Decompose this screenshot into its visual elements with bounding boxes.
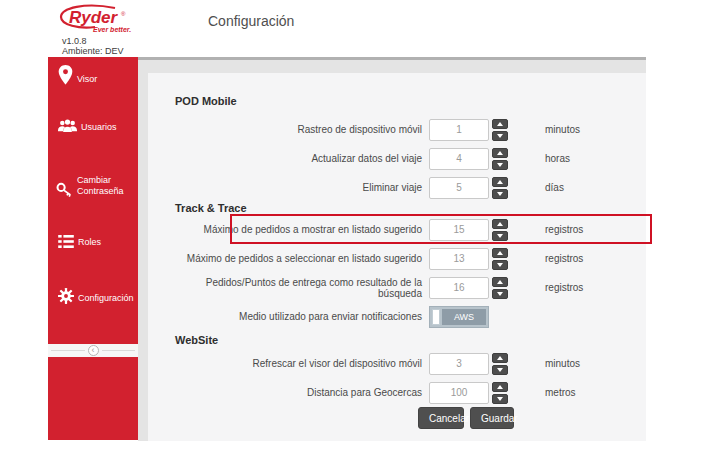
page-title: Configuración: [208, 13, 294, 29]
spin-down-button[interactable]: [492, 160, 508, 170]
actualizar-input[interactable]: [429, 148, 489, 170]
refrescar-input[interactable]: [429, 353, 489, 375]
save-button[interactable]: Guardar: [470, 407, 514, 429]
setting-unit: minutos: [545, 124, 580, 135]
setting-row-pedidos-busqueda: Pedidos/Puntos de entrega como resultado…: [175, 273, 646, 302]
pedidos-busqueda-input[interactable]: [429, 277, 489, 299]
max-seleccionar-spinner: [492, 248, 508, 270]
sidebar: Visor Usuarios Cambiar Contraseña: [48, 57, 138, 440]
logo-tagline: Ever better.: [93, 26, 131, 33]
spin-down-button[interactable]: [492, 260, 508, 270]
spin-up-button[interactable]: [492, 148, 508, 158]
spin-up-button[interactable]: [492, 353, 508, 363]
spin-down-button[interactable]: [492, 231, 508, 241]
sidebar-item-configuracion[interactable]: Configuración: [48, 288, 138, 304]
section-title-track-trace: Track & Trace: [175, 202, 646, 215]
users-icon: [58, 119, 77, 133]
setting-unit: metros: [545, 387, 576, 398]
sidebar-item-label: Usuarios: [81, 122, 117, 133]
rastreo-input[interactable]: [429, 119, 489, 141]
spin-up-button[interactable]: [492, 119, 508, 129]
list-icon: [58, 235, 74, 248]
spin-up-button[interactable]: [492, 219, 508, 229]
logo-brand-text: Ryder: [69, 8, 119, 27]
spin-up-button[interactable]: [492, 177, 508, 187]
setting-row-rastreo: Rastreo de dispositivo móvil minutos: [175, 115, 646, 144]
sidebar-item-cambiar-contrasena[interactable]: Cambiar Contraseña: [48, 175, 138, 197]
spin-down-button[interactable]: [492, 289, 508, 299]
spin-up-button[interactable]: [492, 248, 508, 258]
settings-panel: POD Mobile Rastreo de dispositivo móvil …: [148, 73, 646, 441]
setting-row-max-mostrar: Máximo de pedidos a mostrar en listado s…: [175, 215, 646, 244]
ryder-logo: Ryder ® Ever better.: [55, 4, 135, 36]
setting-label: Medio utilizado para enviar notificacion…: [175, 311, 422, 322]
sidebar-item-visor[interactable]: Visor: [48, 65, 138, 85]
spin-down-button[interactable]: [492, 365, 508, 375]
setting-row-max-seleccionar: Máximo de pedidos a seleccionar en lista…: [175, 244, 646, 273]
refrescar-spinner: [492, 353, 508, 375]
notifications-toggle[interactable]: AWS: [429, 306, 489, 328]
arrow-up-icon: [497, 180, 503, 184]
max-mostrar-spinner: [492, 219, 508, 241]
sidebar-item-label: Roles: [78, 237, 101, 248]
sidebar-item-usuarios[interactable]: Usuarios: [48, 119, 138, 133]
spin-down-button[interactable]: [492, 394, 508, 404]
spin-up-button[interactable]: [492, 277, 508, 287]
chevron-left-icon[interactable]: ‹: [88, 345, 99, 356]
setting-unit: registros: [545, 224, 583, 235]
arrow-down-icon: [497, 397, 503, 401]
location-pin-icon: [58, 65, 73, 85]
sidebar-collapse-bar[interactable]: ‹: [48, 344, 138, 357]
eliminar-spinner: [492, 177, 508, 199]
setting-row-geocercas: Distancia para Geocercas metros: [175, 378, 646, 407]
sidebar-item-roles[interactable]: Roles: [48, 235, 138, 248]
setting-label: Eliminar viaje: [175, 182, 422, 193]
setting-unit: registros: [545, 253, 583, 264]
eliminar-input[interactable]: [429, 177, 489, 199]
geocercas-spinner: [492, 382, 508, 404]
key-icon: [56, 182, 73, 197]
arrow-up-icon: [497, 385, 503, 389]
arrow-down-icon: [497, 263, 503, 267]
sidebar-item-label: Visor: [77, 74, 97, 85]
app-header: Ryder ® Ever better. v1.0.8 Ambiente: DE…: [0, 0, 708, 57]
arrow-down-icon: [497, 192, 503, 196]
rastreo-spinner: [492, 119, 508, 141]
geocercas-input[interactable]: [429, 382, 489, 404]
max-mostrar-input[interactable]: [429, 219, 489, 241]
setting-label: Máximo de pedidos a seleccionar en lista…: [175, 253, 422, 264]
setting-label: Pedidos/Puntos de entrega como resultado…: [175, 277, 422, 299]
app-version: v1.0.8: [62, 36, 87, 46]
setting-label: Distancia para Geocercas: [175, 387, 422, 398]
configuration-page: Ryder ® Ever better. v1.0.8 Ambiente: DE…: [0, 0, 708, 460]
setting-row-eliminar: Eliminar viaje días: [175, 173, 646, 202]
setting-unit: minutos: [545, 358, 580, 369]
max-seleccionar-input[interactable]: [429, 248, 489, 270]
sidebar-item-label: Configuración: [78, 293, 134, 304]
setting-unit: días: [545, 182, 564, 193]
arrow-up-icon: [497, 251, 503, 255]
spin-down-button[interactable]: [492, 131, 508, 141]
spin-up-button[interactable]: [492, 382, 508, 392]
setting-label: Máximo de pedidos a mostrar en listado s…: [175, 224, 422, 235]
pedidos-busqueda-spinner: [492, 277, 508, 299]
gear-icon: [58, 288, 74, 304]
cancel-button[interactable]: Cancelar: [418, 407, 464, 429]
registered-mark-icon: ®: [121, 11, 126, 17]
setting-row-notificaciones: Medio utilizado para enviar notificacion…: [175, 302, 646, 331]
setting-row-refrescar: Refrescar el visor del dispositivo móvil…: [175, 349, 646, 378]
sidebar-item-label: Cambiar Contraseña: [77, 175, 129, 197]
toggle-handle-icon[interactable]: [432, 309, 440, 325]
setting-label: Rastreo de dispositivo móvil: [175, 124, 422, 135]
section-title-pod-mobile: POD Mobile: [175, 95, 646, 108]
section-title-website: WebSite: [175, 334, 646, 347]
setting-label: Refrescar el visor del dispositivo móvil: [175, 358, 422, 369]
arrow-up-icon: [497, 280, 503, 284]
arrow-down-icon: [497, 368, 503, 372]
ryder-logo-icon: Ryder ® Ever better.: [55, 4, 135, 38]
arrow-down-icon: [497, 292, 503, 296]
arrow-up-icon: [497, 122, 503, 126]
spin-down-button[interactable]: [492, 189, 508, 199]
actualizar-spinner: [492, 148, 508, 170]
arrow-down-icon: [497, 134, 503, 138]
